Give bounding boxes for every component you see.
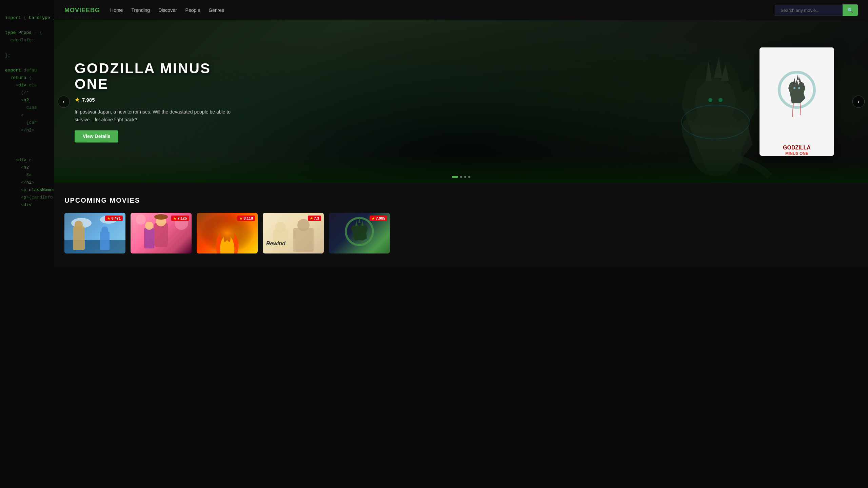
svg-rect-30 xyxy=(144,228,154,248)
hero-dot-4[interactable] xyxy=(468,176,470,178)
movies-row: ★ 6.471 xyxy=(64,213,858,253)
svg-rect-27 xyxy=(154,223,168,247)
svg-marker-4 xyxy=(721,64,729,81)
rating-num-2: 7.125 xyxy=(177,216,187,220)
svg-point-37 xyxy=(297,219,310,231)
navbar: MOVIEEBG Home Trending Discover People G… xyxy=(54,0,868,20)
movie-card-1[interactable]: ★ 6.471 xyxy=(64,213,125,253)
nav-link-home[interactable]: Home xyxy=(110,7,123,13)
badge-star-1: ★ xyxy=(107,217,110,220)
svg-point-8 xyxy=(718,98,723,102)
hero-dots xyxy=(452,176,470,178)
nav-link-people[interactable]: People xyxy=(185,7,200,13)
nav-link-trending[interactable]: Trending xyxy=(131,7,150,13)
nav-link-genres[interactable]: Genres xyxy=(209,7,224,13)
rating-badge-3: ★ 8.118 xyxy=(237,216,255,221)
svg-point-23 xyxy=(101,226,108,233)
star-icon: ★ xyxy=(75,96,80,104)
rating-badge-1: ★ 6.471 xyxy=(105,216,123,221)
badge-star-2: ★ xyxy=(173,217,176,220)
nav-links: Home Trending Discover People Genres xyxy=(110,7,775,13)
movie-card-2[interactable]: ★ 7.125 xyxy=(131,213,192,253)
rating-num-1: 6.471 xyxy=(111,216,121,220)
rating-badge-5: ★ 7.985 xyxy=(370,216,387,221)
svg-point-1 xyxy=(695,78,736,125)
svg-point-35 xyxy=(275,222,286,233)
nav-logo[interactable]: MOVIEEBG xyxy=(64,7,100,14)
poster-svg xyxy=(773,69,821,122)
hero-title: GODZILLA MINUS ONE xyxy=(75,61,244,92)
svg-rect-22 xyxy=(100,231,110,250)
view-details-button[interactable]: View Details xyxy=(75,130,118,143)
nav-link-discover[interactable]: Discover xyxy=(158,7,177,13)
badge-star-5: ★ xyxy=(372,217,375,220)
svg-marker-41 xyxy=(361,220,363,226)
svg-marker-3 xyxy=(714,58,722,78)
rating-num-5: 7.985 xyxy=(376,216,385,220)
rating-badge-4: ★ 7.3 xyxy=(308,216,321,221)
hero-rating-number: 7.985 xyxy=(82,97,95,103)
poster-godzilla-word: GODZILLA xyxy=(760,144,834,151)
poster-art xyxy=(773,69,821,130)
svg-marker-2 xyxy=(705,61,712,81)
search-input[interactable] xyxy=(775,5,843,16)
svg-point-29 xyxy=(154,214,168,220)
hero-prev-arrow[interactable]: ‹ xyxy=(58,96,70,108)
svg-marker-39 xyxy=(355,220,357,226)
hero-content: GODZILLA MINUS ONE ★ 7.985 In postwar Ja… xyxy=(75,61,244,142)
svg-marker-11 xyxy=(793,78,796,84)
svg-marker-13 xyxy=(798,77,801,82)
svg-point-21 xyxy=(75,221,83,229)
hero-poster-card: GODZILLA MINUS ONE xyxy=(760,47,834,156)
movie-card-4[interactable]: Rewind ★ 7.3 xyxy=(263,213,324,253)
city-lights xyxy=(54,156,868,183)
rating-num-3: 8.118 xyxy=(243,216,253,220)
poster-title-text: GODZILLA MINUS ONE xyxy=(760,144,834,156)
movie-card-3[interactable]: ★ 8.118 xyxy=(197,213,258,253)
movie-card-5[interactable]: ★ 7.985 xyxy=(329,213,390,253)
svg-rect-36 xyxy=(293,228,314,252)
svg-point-7 xyxy=(708,98,712,102)
hero-rating: ★ 7.985 xyxy=(75,96,244,104)
app-container: MOVIEEBG Home Trending Discover People G… xyxy=(54,0,868,488)
hero-dot-3[interactable] xyxy=(464,176,466,178)
hero-dot-1[interactable] xyxy=(452,176,458,178)
svg-rect-20 xyxy=(73,226,85,250)
svg-marker-12 xyxy=(797,75,799,80)
svg-point-15 xyxy=(798,87,800,89)
svg-point-24 xyxy=(136,215,146,225)
badge-star-4: ★ xyxy=(310,217,313,220)
upcoming-section: UPCOMING MOVIES xyxy=(54,183,868,267)
hero-description: In postwar Japan, a new terror rises. Wi… xyxy=(75,108,244,124)
search-button[interactable]: 🔍 xyxy=(843,4,858,16)
search-container: 🔍 xyxy=(775,4,858,16)
poster-minus-one: MINUS ONE xyxy=(760,151,834,156)
svg-point-14 xyxy=(793,87,795,89)
poster-inner: GODZILLA MINUS ONE xyxy=(760,47,834,156)
upcoming-title: UPCOMING MOVIES xyxy=(64,197,858,204)
svg-point-31 xyxy=(145,222,153,230)
hero-section: ‹ GODZILLA MINUS ONE ★ 7.985 In postwar … xyxy=(54,20,868,183)
rating-badge-2: ★ 7.125 xyxy=(171,216,189,221)
badge-star-3: ★ xyxy=(239,217,242,220)
rewind-text: Rewind xyxy=(266,241,285,247)
hero-next-arrow[interactable]: › xyxy=(852,96,865,108)
rating-num-4: 7.3 xyxy=(314,216,319,220)
hero-dot-2[interactable] xyxy=(460,176,462,178)
